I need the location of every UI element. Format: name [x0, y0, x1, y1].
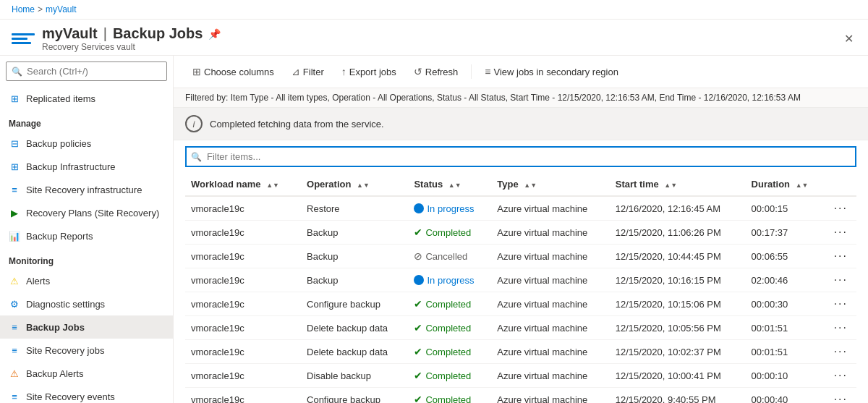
search-icon: 🔍 — [12, 67, 22, 77]
cell-operation: Backup — [301, 221, 408, 245]
cell-status: ⊘ Cancelled — [408, 245, 491, 268]
close-button[interactable]: ✕ — [841, 29, 856, 48]
more-actions-button[interactable]: ··· — [831, 273, 851, 287]
filter-items-input[interactable] — [185, 146, 856, 167]
cell-status: In progress — [408, 268, 491, 292]
vault-name: myVault — [42, 25, 98, 42]
more-actions-button[interactable]: ··· — [831, 226, 851, 239]
view-jobs-secondary-button[interactable]: ≡ View jobs in secondary region — [477, 61, 626, 82]
col-start-time[interactable]: Start time ▲▼ — [610, 173, 746, 196]
backup-reports-icon: 📊 — [9, 230, 20, 242]
cell-status: ✔ Completed — [408, 364, 491, 388]
col-workload-name[interactable]: Workload name ▲▼ — [185, 173, 301, 196]
cell-type: Azure virtual machine — [491, 268, 609, 292]
sort-status-icon: ▲▼ — [448, 182, 461, 189]
more-actions-button[interactable]: ··· — [831, 297, 851, 310]
cell-duration: 00:00:30 — [746, 292, 825, 316]
cell-more[interactable]: ··· — [825, 221, 856, 245]
cell-duration: 00:00:10 — [746, 364, 825, 388]
more-actions-button[interactable]: ··· — [831, 345, 851, 358]
cell-more[interactable]: ··· — [825, 340, 856, 364]
filter-bar: Filtered by: Item Type - All item types,… — [174, 88, 868, 108]
sidebar-item-backup-reports[interactable]: 📊 Backup Reports — [0, 224, 173, 247]
cell-operation: Disable backup — [301, 364, 408, 388]
more-actions-button[interactable]: ··· — [831, 321, 851, 334]
filter-button[interactable]: ⊿ Filter — [284, 61, 331, 82]
pin-icon[interactable]: 📌 — [208, 28, 221, 40]
backup-infrastructure-icon: ⊞ — [9, 161, 20, 172]
table-row: vmoracle19c Backup In progress Azure vir… — [185, 268, 856, 292]
sidebar-item-replicated-items[interactable]: ⊞ Replicated items — [0, 87, 173, 110]
sidebar-item-backup-alerts[interactable]: ⚠ Backup Alerts — [0, 362, 173, 385]
more-actions-button[interactable]: ··· — [831, 369, 851, 382]
info-banner: i Completed fetching data from the servi… — [174, 108, 868, 140]
cell-duration: 02:00:46 — [746, 268, 825, 292]
jobs-table: Workload name ▲▼ Operation ▲▼ Status ▲▼ — [185, 173, 856, 403]
cell-workload: vmoracle19c — [185, 292, 301, 316]
more-actions-button[interactable]: ··· — [831, 250, 851, 263]
table-row: vmoracle19c Backup ✔ Completed Azure vir… — [185, 221, 856, 245]
refresh-icon: ↺ — [414, 66, 422, 77]
cell-more[interactable]: ··· — [825, 196, 856, 221]
cell-more[interactable]: ··· — [825, 268, 856, 292]
cell-start-time: 12/15/2020, 10:44:45 PM — [610, 245, 746, 268]
sort-duration-icon: ▲▼ — [796, 182, 809, 189]
more-actions-button[interactable]: ··· — [831, 393, 851, 403]
col-operation[interactable]: Operation ▲▼ — [301, 173, 408, 196]
table-row: vmoracle19c Restore In progress Azure vi… — [185, 196, 856, 221]
col-actions — [825, 173, 856, 196]
search-input[interactable] — [6, 61, 167, 81]
cell-start-time: 12/16/2020, 12:16:45 AM — [610, 196, 746, 221]
col-duration[interactable]: Duration ▲▼ — [746, 173, 825, 196]
sidebar-item-diagnostic-settings[interactable]: ⚙ Diagnostic settings — [0, 292, 173, 315]
cell-more[interactable]: ··· — [825, 388, 856, 404]
cell-workload: vmoracle19c — [185, 316, 301, 340]
sidebar-item-site-recovery-infrastructure[interactable]: ≡ Site Recovery infrastructure — [0, 178, 173, 201]
col-type[interactable]: Type ▲▼ — [491, 173, 609, 196]
cell-status: ✔ Completed — [408, 388, 491, 404]
col-status[interactable]: Status ▲▼ — [408, 173, 491, 196]
info-message: Completed fetching data from the service… — [210, 119, 384, 130]
sidebar-item-recovery-plans[interactable]: ▶ Recovery Plans (Site Recovery) — [0, 201, 173, 224]
site-recovery-events-icon: ≡ — [9, 391, 20, 402]
cell-type: Azure virtual machine — [491, 245, 609, 268]
cell-type: Azure virtual machine — [491, 221, 609, 245]
sidebar-item-backup-jobs[interactable]: ≡ Backup Jobs — [0, 315, 173, 339]
cell-workload: vmoracle19c — [185, 340, 301, 364]
sidebar-item-site-recovery-jobs[interactable]: ≡ Site Recovery jobs — [0, 339, 173, 362]
replicated-items-icon: ⊞ — [9, 93, 20, 104]
breadcrumb-home[interactable]: Home — [12, 4, 35, 14]
filter-icon: ⊿ — [292, 66, 300, 77]
cell-operation: Backup — [301, 268, 408, 292]
cell-type: Azure virtual machine — [491, 196, 609, 221]
cell-start-time: 12/15/2020, 9:40:55 PM — [610, 388, 746, 404]
page-title-separator: | — [103, 25, 107, 42]
cell-operation: Backup — [301, 245, 408, 268]
sidebar-item-backup-infrastructure[interactable]: ⊞ Backup Infrastructure — [0, 155, 173, 178]
sidebar-item-alerts[interactable]: ⚠ Alerts — [0, 269, 173, 292]
more-actions-button[interactable]: ··· — [831, 202, 851, 215]
sidebar-section-manage: Manage — [0, 113, 173, 132]
cell-operation: Delete backup data — [301, 340, 408, 364]
refresh-button[interactable]: ↺ Refresh — [407, 61, 466, 82]
page-subtitle: Recovery Services vault — [42, 42, 221, 52]
vault-icon — [12, 27, 35, 51]
export-icon: ↑ — [341, 66, 346, 77]
table-row: vmoracle19c Backup ⊘ Cancelled Azure vir… — [185, 245, 856, 268]
cell-type: Azure virtual machine — [491, 340, 609, 364]
sidebar-item-backup-policies[interactable]: ⊟ Backup policies — [0, 132, 173, 155]
cell-status: ✔ Completed — [408, 340, 491, 364]
backup-jobs-icon: ≡ — [9, 321, 20, 333]
sidebar-item-site-recovery-events[interactable]: ≡ Site Recovery events — [0, 385, 173, 403]
table-row: vmoracle19c Delete backup data ✔ Complet… — [185, 316, 856, 340]
breadcrumb-vault[interactable]: myVault — [46, 4, 76, 14]
page-title: Backup Jobs — [113, 25, 203, 42]
cell-more[interactable]: ··· — [825, 292, 856, 316]
cell-more[interactable]: ··· — [825, 245, 856, 268]
cell-more[interactable]: ··· — [825, 364, 856, 388]
choose-columns-button[interactable]: ⊞ Choose columns — [185, 61, 281, 82]
alerts-icon: ⚠ — [9, 275, 20, 287]
cell-operation: Delete backup data — [301, 316, 408, 340]
export-jobs-button[interactable]: ↑ Export jobs — [334, 61, 404, 82]
cell-more[interactable]: ··· — [825, 316, 856, 340]
